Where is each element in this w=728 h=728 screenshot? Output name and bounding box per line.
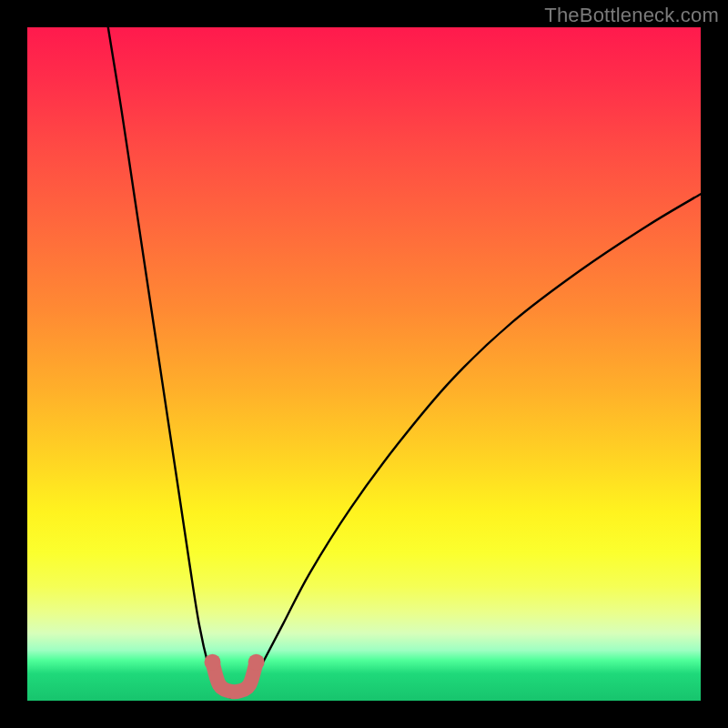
watermark-text: TheBottleneck.com [544, 4, 719, 27]
optimal-range-endpoint [248, 654, 265, 671]
optimal-range-endpoint [205, 654, 221, 671]
black-curve [108, 27, 701, 697]
chart-svg [27, 27, 701, 701]
plot-area [27, 27, 701, 701]
chart-frame: TheBottleneck.com [0, 0, 728, 728]
red-marker-segment [205, 654, 265, 693]
bottleneck-curve [108, 27, 701, 697]
